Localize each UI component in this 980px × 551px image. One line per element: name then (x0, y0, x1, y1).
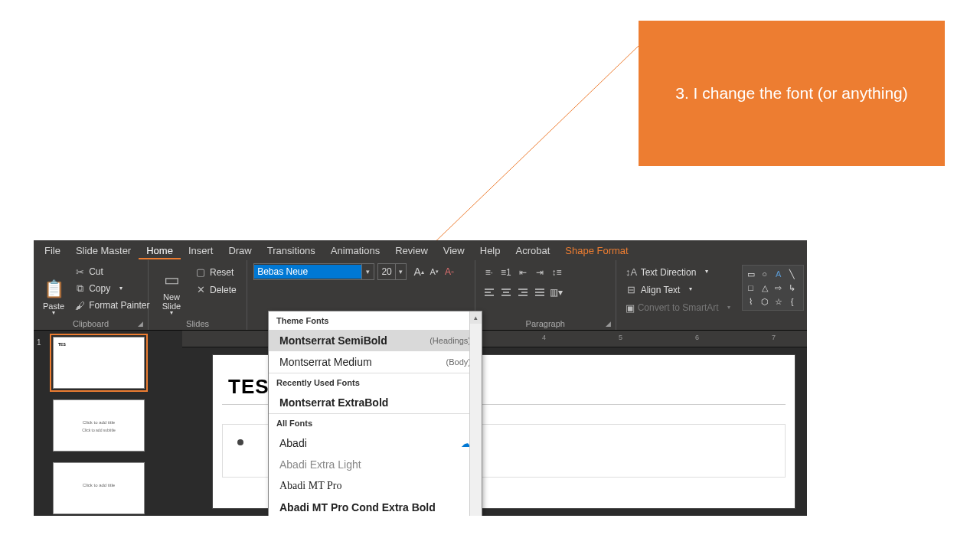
tab-view[interactable]: View (436, 242, 472, 259)
copy-button[interactable]: ⧉Copy ▾ (70, 281, 152, 296)
tab-help[interactable]: Help (472, 242, 508, 259)
shape-arrow-icon[interactable]: ⇨ (773, 282, 785, 294)
font-option-abadi[interactable]: Abadi ☁ (269, 432, 482, 454)
text-direction-label: Text Direction (641, 267, 697, 278)
font-option-abadi-mt-pro[interactable]: Abadi MT Pro (269, 475, 482, 497)
shape-brace-icon[interactable]: { (786, 295, 799, 308)
group-paragraph: ≡· ≡1 ⇤ ⇥ ↕≡ ▥▾ Paragraph ◢ (475, 260, 616, 330)
scroll-up-icon[interactable]: ▴ (470, 311, 482, 324)
tab-transitions[interactable]: Transitions (260, 242, 323, 259)
reset-label: Reset (210, 267, 234, 278)
font-option-montserrat-medium[interactable]: Montserrat Medium (Body) (269, 351, 482, 373)
decrease-indent-button[interactable]: ⇤ (515, 265, 531, 280)
tab-draw[interactable]: Draw (220, 242, 259, 259)
shape-triangle-icon[interactable]: △ (759, 282, 771, 294)
tab-home[interactable]: Home (139, 242, 181, 259)
scrollbar[interactable]: ▴ (469, 311, 482, 516)
dialog-launcher-icon[interactable]: ◢ (606, 320, 613, 328)
thumb-subtitle: Click to add subtitle (54, 428, 144, 432)
text-direction-icon: ↕A (626, 266, 638, 279)
paste-button[interactable]: 📋 Paste ▾ (40, 263, 67, 318)
font-name-combo[interactable]: ▾ (253, 263, 374, 280)
font-name-label: Abadi MT Pro Cond Extra Bold (279, 501, 436, 514)
cut-button[interactable]: ✂Cut (70, 264, 152, 279)
clear-formatting-button[interactable]: A◦ (442, 264, 457, 279)
font-name-label: Montserrat Medium (279, 356, 372, 368)
tab-file[interactable]: File (37, 242, 68, 259)
slide-thumbnail-1[interactable]: TES (53, 337, 145, 389)
font-size-dropdown[interactable]: ▾ (395, 264, 406, 279)
font-size-combo[interactable]: ▾ (377, 263, 407, 280)
font-option-abadi-mt-pro-cond[interactable]: Abadi MT Pro Cond Extra Bold (269, 497, 482, 516)
shape-square-icon[interactable]: □ (745, 282, 757, 294)
slide-thumbnail-3[interactable]: Click to add title (53, 462, 145, 514)
tab-insert[interactable]: Insert (181, 242, 221, 259)
shape-textbox-icon[interactable]: A (773, 268, 785, 280)
decrease-font-button[interactable]: A▾ (426, 264, 442, 279)
font-name-label: Abadi Extra Light (279, 458, 361, 471)
font-name-input[interactable] (254, 265, 361, 279)
brush-icon: 🖌 (74, 299, 86, 311)
group-shapes: ▭ ○ A ╲ □ △ ⇨ ↳ ⌇ ⬡ ☆ { (739, 260, 807, 330)
tab-slide-master[interactable]: Slide Master (68, 242, 139, 259)
slide-thumbnail-2[interactable]: Click to add title Click to add subtitle (53, 399, 145, 452)
font-option-abadi-extra-light[interactable]: Abadi Extra Light (269, 454, 482, 475)
group-text-layout: ↕AText Direction ▾ ⊟Align Text ▾ ▣Conver… (616, 260, 739, 330)
cut-label: Cut (89, 266, 103, 277)
new-slide-button[interactable]: ▭ New Slide ▾ (155, 263, 188, 318)
smartart-icon: ▣ (626, 302, 635, 314)
tab-review[interactable]: Review (387, 242, 436, 259)
shapes-gallery[interactable]: ▭ ○ A ╲ □ △ ⇨ ↳ ⌇ ⬡ ☆ { (742, 265, 804, 311)
slide-thumbnails-pane: 1 TES Click to add title Click to add su… (34, 331, 164, 516)
shape-circle-icon[interactable]: ○ (759, 268, 771, 280)
align-left-button[interactable] (482, 285, 497, 300)
increase-indent-button[interactable]: ⇥ (532, 265, 547, 280)
font-name-label: Abadi (279, 437, 307, 449)
group-label-paragraph: Paragraph (482, 319, 609, 328)
slide-title-text[interactable]: TES (228, 375, 270, 399)
thumb-title: Click to add title (54, 483, 144, 487)
shape-line-icon[interactable]: ╲ (786, 268, 799, 280)
increase-font-button[interactable]: A▴ (411, 264, 426, 279)
shape-hex-icon[interactable]: ⬡ (759, 295, 771, 308)
convert-smartart-button[interactable]: ▣Convert to SmartArt ▾ (622, 300, 733, 315)
align-center-button[interactable] (498, 285, 514, 300)
delete-button[interactable]: ✕Delete (191, 282, 240, 298)
font-size-input[interactable] (378, 266, 395, 278)
font-option-montserrat-semibold[interactable]: Montserrat SemiBold (Headings) (269, 330, 482, 351)
align-right-button[interactable] (515, 285, 531, 300)
new-slide-icon: ▭ (161, 268, 182, 292)
columns-button[interactable]: ▥▾ (549, 285, 564, 300)
shape-curve-icon[interactable]: ⌇ (745, 295, 757, 308)
tab-animations[interactable]: Animations (323, 242, 387, 259)
line-spacing-button[interactable]: ↕≡ (549, 265, 564, 280)
align-text-button[interactable]: ⊟Align Text ▾ (622, 282, 733, 298)
numbering-button[interactable]: ≡1 (498, 265, 514, 280)
text-direction-button[interactable]: ↕AText Direction ▾ (622, 265, 733, 280)
bullets-button[interactable]: ≡· (482, 265, 497, 280)
delete-icon: ✕ (194, 284, 207, 296)
painter-label: Format Painter (89, 300, 149, 311)
ruler-mark: 5 (619, 334, 622, 341)
font-name-label: Montserrat SemiBold (279, 334, 387, 347)
dialog-launcher-icon[interactable]: ◢ (138, 320, 145, 328)
reset-icon: ▢ (194, 266, 207, 279)
font-name-label: Abadi MT Pro (279, 480, 341, 492)
thumb-title: TES (58, 342, 66, 347)
ruler-mark: 4 (542, 334, 546, 341)
reset-button[interactable]: ▢Reset (191, 265, 240, 280)
tab-shape-format[interactable]: Shape Format (557, 242, 635, 259)
copy-icon: ⧉ (74, 282, 86, 295)
clipboard-icon: 📋 (43, 277, 64, 302)
font-name-dropdown[interactable]: ▾ (361, 264, 374, 279)
shape-rect-icon[interactable]: ▭ (745, 268, 757, 280)
shape-connector-icon[interactable]: ↳ (786, 282, 799, 294)
group-label-slides: Slides (155, 319, 240, 328)
shape-star-icon[interactable]: ☆ (773, 295, 785, 308)
vertical-ruler (164, 331, 182, 516)
group-label-clipboard: Clipboard (40, 319, 142, 328)
justify-button[interactable] (532, 285, 547, 300)
font-option-montserrat-extrabold[interactable]: Montserrat ExtraBold (269, 392, 482, 413)
tab-acrobat[interactable]: Acrobat (508, 242, 558, 259)
format-painter-button[interactable]: 🖌Format Painter (70, 298, 152, 313)
